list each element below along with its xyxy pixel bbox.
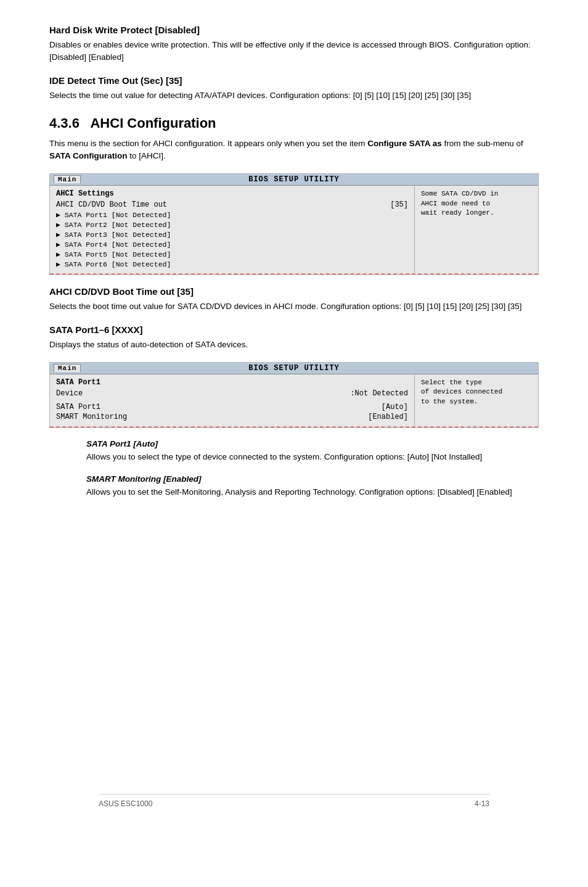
bios-sata1: SATA Port1 [Not Detected] (56, 210, 408, 219)
bios-box-sata: Main BIOS SETUP UTILITY SATA Port1 Devic… (49, 362, 539, 428)
bios-title-bar-1: Main BIOS SETUP UTILITY (50, 174, 538, 186)
smart-monitoring-body: Allows you to set the Self-Monitoring, A… (86, 486, 539, 498)
footer-left: ASUS ESC1000 (99, 799, 152, 808)
hard-disk-heading: Hard Disk Write Protect [Disabled] (49, 25, 539, 35)
sata-port-body: Displays the status of auto-detection of… (49, 339, 539, 351)
ide-detect-heading: IDE Detect Time Out (Sec) [35] (49, 75, 539, 86)
bios-device-row: Device :Not Detected (56, 389, 408, 398)
main-tab-2: Main (54, 364, 81, 372)
bios-sata-port1-row: SATA Port1 [Auto] (56, 403, 408, 411)
bios-sata6: SATA Port6 [Not Detected] (56, 260, 408, 268)
bios-sata2: SATA Port2 [Not Detected] (56, 220, 408, 229)
bios-left-1: AHCI Settings AHCI CD/DVD Boot Time out … (50, 186, 415, 273)
ahci-section-title: 4.3.6 AHCI Configuration (49, 115, 539, 131)
ahci-cdvd-body: Selects the boot time out value for SATA… (49, 300, 539, 313)
bios-row-boot-timeout: AHCI CD/DVD Boot Time out [35] (56, 200, 408, 209)
smart-monitoring-label: SMART Monitoring [Enabled] (86, 474, 539, 484)
bios-section-label-2: SATA Port1 (56, 378, 408, 387)
bios-sata4: SATA Port4 [Not Detected] (56, 240, 408, 249)
bios-sata5: SATA Port5 [Not Detected] (56, 250, 408, 258)
sata-port-heading: SATA Port1–6 [XXXX] (49, 324, 539, 335)
ahci-cdvd-heading: AHCI CD/DVD Boot Time out [35] (49, 286, 539, 297)
footer-right: 4-13 (475, 799, 489, 808)
ahci-intro: This menu is the section for AHCI config… (49, 138, 539, 163)
bios-box-ahci: Main BIOS SETUP UTILITY AHCI Settings AH… (49, 173, 539, 275)
bios-section-label-1: AHCI Settings (56, 189, 408, 198)
bios-title-bar-2: Main BIOS SETUP UTILITY (50, 363, 538, 374)
bios-smart-row: SMART Monitoring [Enabled] (56, 413, 408, 421)
bios-right-1: Some SATA CD/DVD inAHCI mode need towait… (415, 186, 538, 273)
page-footer: ASUS ESC1000 4-13 (99, 794, 489, 808)
bios-sata3: SATA Port3 [Not Detected] (56, 230, 408, 239)
sata-port1-auto-body: Allows you to select the type of device … (86, 451, 539, 463)
bios-left-2: SATA Port1 Device :Not Detected SATA Por… (50, 374, 415, 426)
hard-disk-body: Disables or enables device write protect… (49, 39, 539, 64)
bios-right-2: Select the typeof devices connectedto th… (415, 374, 538, 426)
sata-port1-auto-label: SATA Port1 [Auto] (86, 439, 539, 448)
ide-detect-body: Selects the time out value for detecting… (49, 89, 539, 102)
main-tab-1: Main (54, 175, 81, 183)
